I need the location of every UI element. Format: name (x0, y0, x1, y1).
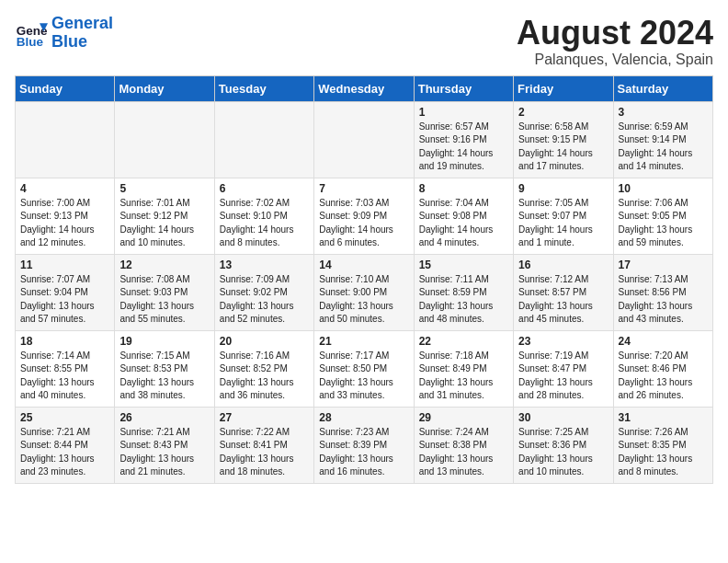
day-number: 7 (319, 182, 408, 195)
day-info: Sunrise: 7:21 AM Sunset: 8:43 PM Dayligh… (119, 426, 209, 479)
calendar-cell: 8Sunrise: 7:04 AM Sunset: 9:08 PM Daylig… (414, 178, 513, 254)
calendar-cell: 22Sunrise: 7:18 AM Sunset: 8:49 PM Dayli… (414, 330, 513, 407)
day-number: 28 (319, 411, 408, 424)
day-number: 18 (20, 335, 109, 348)
calendar-subtitle: Palanques, Valencia, Spain (517, 52, 713, 68)
day-number: 13 (220, 259, 309, 271)
day-info: Sunrise: 7:02 AM Sunset: 9:10 PM Dayligh… (220, 197, 309, 250)
calendar-week-row: 18Sunrise: 7:14 AM Sunset: 8:55 PM Dayli… (16, 330, 713, 407)
day-info: Sunrise: 7:06 AM Sunset: 9:05 PM Dayligh… (619, 197, 708, 250)
day-number: 17 (619, 259, 708, 271)
day-number: 9 (518, 182, 608, 195)
logo-icon: General Blue (15, 17, 48, 50)
day-info: Sunrise: 6:57 AM Sunset: 9:16 PM Dayligh… (419, 121, 508, 174)
calendar-cell: 9Sunrise: 7:05 AM Sunset: 9:07 PM Daylig… (514, 178, 613, 254)
calendar-cell: 17Sunrise: 7:13 AM Sunset: 8:56 PM Dayli… (613, 254, 712, 330)
calendar-cell: 18Sunrise: 7:14 AM Sunset: 8:55 PM Dayli… (16, 330, 115, 407)
day-info: Sunrise: 7:26 AM Sunset: 8:35 PM Dayligh… (619, 426, 708, 479)
calendar-cell: 23Sunrise: 7:19 AM Sunset: 8:47 PM Dayli… (514, 330, 613, 407)
calendar-week-row: 1Sunrise: 6:57 AM Sunset: 9:16 PM Daylig… (16, 101, 713, 178)
weekday-header-monday: Monday (115, 75, 214, 101)
day-info: Sunrise: 7:08 AM Sunset: 9:03 PM Dayligh… (119, 273, 209, 327)
calendar-cell: 3Sunrise: 6:59 AM Sunset: 9:14 PM Daylig… (613, 101, 712, 178)
calendar-cell: 26Sunrise: 7:21 AM Sunset: 8:43 PM Dayli… (115, 407, 214, 483)
day-info: Sunrise: 7:22 AM Sunset: 8:41 PM Dayligh… (220, 426, 309, 479)
calendar-cell: 14Sunrise: 7:10 AM Sunset: 9:00 PM Dayli… (314, 254, 414, 330)
day-number: 8 (419, 182, 508, 195)
calendar-table: SundayMondayTuesdayWednesdayThursdayFrid… (15, 75, 713, 484)
weekday-header-sunday: Sunday (16, 75, 115, 101)
day-info: Sunrise: 7:13 AM Sunset: 8:56 PM Dayligh… (619, 273, 708, 327)
weekday-header-row: SundayMondayTuesdayWednesdayThursdayFrid… (16, 75, 713, 101)
day-info: Sunrise: 7:05 AM Sunset: 9:07 PM Dayligh… (518, 197, 608, 250)
day-number: 2 (518, 106, 608, 119)
title-block: August 2024 Palanques, Valencia, Spain (517, 15, 713, 68)
calendar-week-row: 11Sunrise: 7:07 AM Sunset: 9:04 PM Dayli… (16, 254, 713, 330)
logo: General Blue GeneralBlue (15, 15, 113, 52)
day-number: 10 (619, 182, 708, 195)
weekday-header-wednesday: Wednesday (314, 75, 414, 101)
day-number: 26 (119, 411, 209, 424)
calendar-cell: 31Sunrise: 7:26 AM Sunset: 8:35 PM Dayli… (613, 407, 712, 483)
day-info: Sunrise: 7:00 AM Sunset: 9:13 PM Dayligh… (20, 197, 109, 250)
calendar-cell: 25Sunrise: 7:21 AM Sunset: 8:44 PM Dayli… (16, 407, 115, 483)
calendar-cell: 15Sunrise: 7:11 AM Sunset: 8:59 PM Dayli… (414, 254, 513, 330)
day-number: 20 (220, 335, 309, 348)
day-info: Sunrise: 7:10 AM Sunset: 9:00 PM Dayligh… (319, 273, 408, 327)
calendar-cell: 30Sunrise: 7:25 AM Sunset: 8:36 PM Dayli… (514, 407, 613, 483)
calendar-week-row: 25Sunrise: 7:21 AM Sunset: 8:44 PM Dayli… (16, 407, 713, 483)
day-info: Sunrise: 7:18 AM Sunset: 8:49 PM Dayligh… (419, 350, 508, 403)
day-info: Sunrise: 7:03 AM Sunset: 9:09 PM Dayligh… (319, 197, 408, 250)
calendar-cell: 20Sunrise: 7:16 AM Sunset: 8:52 PM Dayli… (214, 330, 313, 407)
calendar-cell: 13Sunrise: 7:09 AM Sunset: 9:02 PM Dayli… (214, 254, 313, 330)
day-info: Sunrise: 7:19 AM Sunset: 8:47 PM Dayligh… (518, 350, 608, 403)
calendar-cell: 16Sunrise: 7:12 AM Sunset: 8:57 PM Dayli… (514, 254, 613, 330)
day-info: Sunrise: 7:09 AM Sunset: 9:02 PM Dayligh… (220, 273, 309, 327)
calendar-cell (214, 101, 313, 178)
calendar-cell (314, 101, 414, 178)
day-number: 1 (419, 106, 508, 119)
day-number: 12 (119, 259, 209, 271)
day-info: Sunrise: 6:58 AM Sunset: 9:15 PM Dayligh… (518, 121, 608, 174)
day-info: Sunrise: 7:23 AM Sunset: 8:39 PM Dayligh… (319, 426, 408, 479)
weekday-header-thursday: Thursday (414, 75, 513, 101)
day-info: Sunrise: 7:16 AM Sunset: 8:52 PM Dayligh… (220, 350, 309, 403)
day-info: Sunrise: 7:14 AM Sunset: 8:55 PM Dayligh… (20, 350, 109, 403)
day-number: 5 (119, 182, 209, 195)
calendar-cell: 27Sunrise: 7:22 AM Sunset: 8:41 PM Dayli… (214, 407, 313, 483)
calendar-cell: 19Sunrise: 7:15 AM Sunset: 8:53 PM Dayli… (115, 330, 214, 407)
day-number: 29 (419, 411, 508, 424)
calendar-cell: 2Sunrise: 6:58 AM Sunset: 9:15 PM Daylig… (514, 101, 613, 178)
day-number: 22 (419, 335, 508, 348)
day-number: 19 (119, 335, 209, 348)
weekday-header-friday: Friday (514, 75, 613, 101)
calendar-cell: 29Sunrise: 7:24 AM Sunset: 8:38 PM Dayli… (414, 407, 513, 483)
logo-text: GeneralBlue (51, 15, 113, 52)
calendar-cell: 24Sunrise: 7:20 AM Sunset: 8:46 PM Dayli… (613, 330, 712, 407)
calendar-cell: 21Sunrise: 7:17 AM Sunset: 8:50 PM Dayli… (314, 330, 414, 407)
calendar-cell: 11Sunrise: 7:07 AM Sunset: 9:04 PM Dayli… (16, 254, 115, 330)
calendar-cell: 4Sunrise: 7:00 AM Sunset: 9:13 PM Daylig… (16, 178, 115, 254)
day-number: 14 (319, 259, 408, 271)
day-number: 30 (518, 411, 608, 424)
day-info: Sunrise: 6:59 AM Sunset: 9:14 PM Dayligh… (619, 121, 708, 174)
svg-text:Blue: Blue (17, 35, 44, 49)
day-number: 15 (419, 259, 508, 271)
weekday-header-saturday: Saturday (613, 75, 712, 101)
day-info: Sunrise: 7:07 AM Sunset: 9:04 PM Dayligh… (20, 273, 109, 327)
day-info: Sunrise: 7:01 AM Sunset: 9:12 PM Dayligh… (119, 197, 209, 250)
calendar-cell: 7Sunrise: 7:03 AM Sunset: 9:09 PM Daylig… (314, 178, 414, 254)
day-info: Sunrise: 7:17 AM Sunset: 8:50 PM Dayligh… (319, 350, 408, 403)
calendar-cell: 12Sunrise: 7:08 AM Sunset: 9:03 PM Dayli… (115, 254, 214, 330)
calendar-cell: 10Sunrise: 7:06 AM Sunset: 9:05 PM Dayli… (613, 178, 712, 254)
day-number: 6 (220, 182, 309, 195)
day-number: 16 (518, 259, 608, 271)
calendar-week-row: 4Sunrise: 7:00 AM Sunset: 9:13 PM Daylig… (16, 178, 713, 254)
day-info: Sunrise: 7:12 AM Sunset: 8:57 PM Dayligh… (518, 273, 608, 327)
day-info: Sunrise: 7:21 AM Sunset: 8:44 PM Dayligh… (20, 426, 109, 479)
day-number: 21 (319, 335, 408, 348)
calendar-cell: 28Sunrise: 7:23 AM Sunset: 8:39 PM Dayli… (314, 407, 414, 483)
weekday-header-tuesday: Tuesday (214, 75, 313, 101)
day-info: Sunrise: 7:11 AM Sunset: 8:59 PM Dayligh… (419, 273, 508, 327)
calendar-cell (115, 101, 214, 178)
